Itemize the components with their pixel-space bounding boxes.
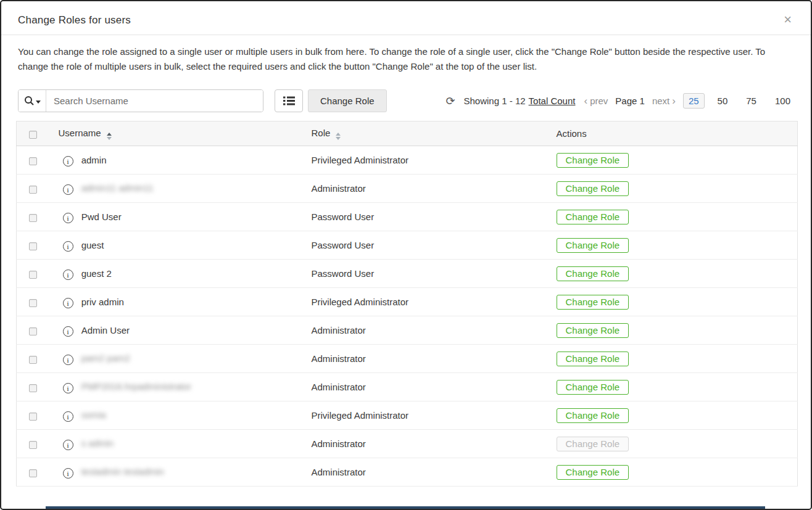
row-change-role-button[interactable]: Change Role	[557, 210, 629, 224]
total-count-link[interactable]: Total Count	[529, 96, 576, 106]
row-change-role-button[interactable]: Change Role	[557, 380, 629, 395]
page-footer-edge	[46, 506, 765, 509]
close-icon[interactable]: ×	[781, 14, 794, 25]
info-icon[interactable]: i	[63, 383, 73, 393]
magnifier-icon	[24, 96, 35, 106]
page-size-25[interactable]: 25	[683, 93, 705, 109]
column-header-actions: Actions	[557, 128, 587, 139]
username-text: PMP2016.hrpadministrator	[81, 381, 191, 392]
info-icon[interactable]: i	[63, 440, 73, 450]
role-text: Privileged Administrator	[312, 155, 409, 165]
info-icon[interactable]: i	[63, 184, 73, 195]
table-row: i guest Password User Change Role	[17, 231, 798, 260]
info-icon[interactable]: i	[63, 298, 73, 308]
username-text: testadmin testadmin	[81, 466, 164, 477]
table-row: i Pwd User Password User Change Role	[17, 203, 798, 231]
username-text: admin	[81, 154, 107, 165]
row-change-role-button[interactable]: Change Role	[557, 238, 629, 253]
bulk-change-role-button[interactable]: Change Role	[308, 89, 387, 112]
page-size-75[interactable]: 75	[740, 93, 762, 109]
info-icon[interactable]: i	[63, 156, 73, 167]
row-checkbox[interactable]	[29, 469, 37, 477]
table-row: i PMP2016.hrpadministrator Administrator…	[17, 373, 798, 401]
description-text: You can change the role assigned to a si…	[18, 44, 794, 74]
row-checkbox[interactable]	[29, 214, 37, 222]
row-change-role-button[interactable]: Change Role	[557, 465, 629, 480]
role-text: Administrator	[312, 382, 366, 392]
search-input[interactable]	[46, 90, 263, 112]
refresh-icon[interactable]: ⟳	[445, 96, 455, 107]
list-icon	[283, 96, 295, 105]
search-group	[18, 89, 263, 112]
table-row: i Admin User Administrator Change Role	[17, 316, 798, 345]
role-text: Administrator	[312, 325, 366, 335]
row-change-role-button[interactable]: Change Role	[557, 408, 629, 423]
column-header-username[interactable]: Username	[59, 128, 101, 138]
page-size-50[interactable]: 50	[712, 93, 734, 109]
role-text: Password User	[312, 268, 375, 279]
prev-button[interactable]: ‹ prev	[584, 96, 608, 106]
select-all-checkbox[interactable]	[29, 131, 37, 139]
row-checkbox[interactable]	[29, 413, 37, 421]
search-caret-icon	[36, 101, 41, 104]
row-change-role-button[interactable]: Change Role	[557, 323, 629, 338]
row-checkbox[interactable]	[29, 242, 37, 250]
role-text: Privileged Administrator	[312, 410, 409, 421]
role-text: Privileged Administrator	[312, 297, 409, 307]
row-checkbox[interactable]	[29, 356, 37, 364]
table-row: i guest 2 Password User Change Role	[17, 260, 798, 288]
next-button[interactable]: next ›	[652, 96, 676, 106]
next-angle-icon: ›	[672, 96, 676, 106]
row-checkbox[interactable]	[29, 441, 37, 449]
column-header-role[interactable]: Role	[312, 128, 331, 138]
modal-header: Change Roles for users ×	[1, 1, 811, 35]
row-checkbox[interactable]	[29, 384, 37, 392]
info-icon[interactable]: i	[63, 411, 73, 422]
row-change-role-button[interactable]: Change Role	[557, 295, 629, 310]
role-text: Administrator	[312, 183, 366, 194]
prev-angle-icon: ‹	[584, 96, 587, 106]
info-icon[interactable]: i	[63, 468, 73, 479]
sort-icon-username[interactable]	[107, 133, 112, 140]
row-checkbox[interactable]	[29, 327, 37, 335]
row-checkbox[interactable]	[29, 271, 37, 279]
page-title: Change Roles for users	[18, 14, 131, 27]
info-icon[interactable]: i	[63, 241, 73, 252]
username-text: guest	[81, 239, 104, 250]
info-icon[interactable]: i	[63, 355, 73, 365]
row-change-role-button[interactable]: Change Role	[557, 181, 629, 196]
table-row: i testadmin testadmin Administrator Chan…	[17, 458, 798, 487]
table-row: i admin Privileged Administrator Change …	[17, 146, 798, 175]
column-chooser-button[interactable]	[275, 89, 303, 112]
table-row: i priv admin Privileged Administrator Ch…	[17, 288, 798, 316]
user-table: Username Role Actions i admin Privileged…	[16, 121, 798, 487]
row-change-role-button[interactable]: Change Role	[557, 153, 629, 168]
row-checkbox[interactable]	[29, 157, 37, 165]
username-text: Admin User	[81, 324, 130, 335]
row-checkbox[interactable]	[29, 186, 37, 194]
row-change-role-button[interactable]: Change Role	[557, 266, 629, 281]
role-text: Administrator	[312, 438, 366, 449]
sort-icon-role[interactable]	[336, 133, 341, 140]
username-text: priv admin	[81, 296, 124, 306]
table-row: i somia Privileged Administrator Change …	[17, 401, 798, 430]
search-icon[interactable]	[19, 90, 46, 112]
role-text: Administrator	[312, 353, 366, 364]
toolbar: Change Role ⟳ Showing 1 - 12 Total Count…	[18, 89, 796, 112]
user-table-head: Username Role Actions	[17, 121, 798, 146]
username-text: Pwd User	[81, 211, 122, 221]
role-text: Password User	[312, 212, 375, 222]
page-size-100[interactable]: 100	[769, 93, 796, 109]
role-text: Administrator	[312, 467, 366, 477]
table-row: i admin11 admin11 Administrator Change R…	[17, 175, 798, 203]
row-change-role-button[interactable]: Change Role	[557, 352, 629, 366]
row-checkbox[interactable]	[29, 299, 37, 307]
next-label: next	[652, 96, 669, 106]
info-icon[interactable]: i	[63, 213, 73, 223]
change-roles-modal: Change Roles for users × You can change …	[0, 0, 812, 510]
pagination: ⟳ Showing 1 - 12 Total Count ‹ prev Page…	[445, 93, 796, 109]
username-text: s admin	[81, 438, 114, 448]
info-icon[interactable]: i	[63, 269, 73, 280]
table-row: i pam2 pam2 Administrator Change Role	[17, 345, 798, 373]
info-icon[interactable]: i	[63, 326, 73, 337]
